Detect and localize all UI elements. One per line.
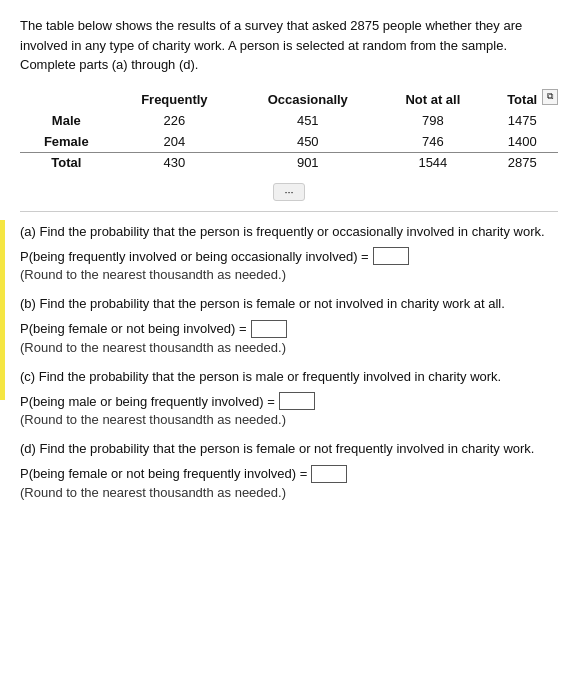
question-section-b: (b) Find the probability that the person… — [20, 294, 558, 355]
answer-box-c[interactable] — [279, 392, 315, 410]
prob-label-d: P(being female or not being frequently i… — [20, 466, 307, 481]
col-header-occasionally: Occasionally — [236, 89, 379, 110]
table-row-total: Total 430 901 1544 2875 — [20, 152, 558, 173]
cell-total-occasionally: 901 — [236, 152, 379, 173]
answer-box-a[interactable] — [373, 247, 409, 265]
round-note-b: (Round to the nearest thousandth as need… — [20, 340, 558, 355]
prob-label-c: P(being male or being frequently involve… — [20, 394, 275, 409]
section-divider — [20, 211, 558, 212]
cell-male-occasionally: 451 — [236, 110, 379, 131]
cell-female-occasionally: 450 — [236, 131, 379, 153]
question-section-d: (d) Find the probability that the person… — [20, 439, 558, 500]
survey-table: Frequently Occasionally Not at all Total… — [20, 89, 558, 173]
cell-total-total: 2875 — [486, 152, 558, 173]
round-note-d: (Round to the nearest thousandth as need… — [20, 485, 558, 500]
table-row-male: Male 226 451 798 1475 — [20, 110, 558, 131]
row-label-male: Male — [20, 110, 113, 131]
table-row-female: Female 204 450 746 1400 — [20, 131, 558, 153]
intro-text: The table below shows the results of a s… — [20, 16, 558, 75]
prob-line-d: P(being female or not being frequently i… — [20, 465, 558, 483]
col-header-frequently: Frequently — [113, 89, 237, 110]
answer-box-d[interactable] — [311, 465, 347, 483]
cell-female-not-at-all: 746 — [379, 131, 486, 153]
cell-female-total: 1400 — [486, 131, 558, 153]
cell-male-not-at-all: 798 — [379, 110, 486, 131]
question-b-text: (b) Find the probability that the person… — [20, 294, 558, 314]
cell-male-frequently: 226 — [113, 110, 237, 131]
cell-female-frequently: 204 — [113, 131, 237, 153]
col-header-empty — [20, 89, 113, 110]
page-container: The table below shows the results of a s… — [20, 16, 558, 500]
question-section-c: (c) Find the probability that the person… — [20, 367, 558, 428]
copy-icon[interactable]: ⧉ — [542, 89, 558, 105]
table-wrapper: ⧉ Frequently Occasionally Not at all Tot… — [20, 89, 558, 173]
prob-label-a: P(being frequently involved or being occ… — [20, 249, 369, 264]
row-label-female: Female — [20, 131, 113, 153]
row-label-total: Total — [20, 152, 113, 173]
cell-male-total: 1475 — [486, 110, 558, 131]
question-d-text: (d) Find the probability that the person… — [20, 439, 558, 459]
prob-line-a: P(being frequently involved or being occ… — [20, 247, 558, 265]
prob-line-c: P(being male or being frequently involve… — [20, 392, 558, 410]
answer-box-b[interactable] — [251, 320, 287, 338]
question-c-text: (c) Find the probability that the person… — [20, 367, 558, 387]
cell-total-frequently: 430 — [113, 152, 237, 173]
expand-button[interactable]: ··· — [273, 183, 304, 201]
yellow-accent-bar — [0, 220, 5, 400]
question-a-text: (a) Find the probability that the person… — [20, 222, 558, 242]
prob-line-b: P(being female or not being involved) = — [20, 320, 558, 338]
question-section-a: (a) Find the probability that the person… — [20, 222, 558, 283]
round-note-a: (Round to the nearest thousandth as need… — [20, 267, 558, 282]
round-note-c: (Round to the nearest thousandth as need… — [20, 412, 558, 427]
col-header-not-at-all: Not at all — [379, 89, 486, 110]
prob-label-b: P(being female or not being involved) = — [20, 321, 247, 336]
cell-total-not-at-all: 1544 — [379, 152, 486, 173]
